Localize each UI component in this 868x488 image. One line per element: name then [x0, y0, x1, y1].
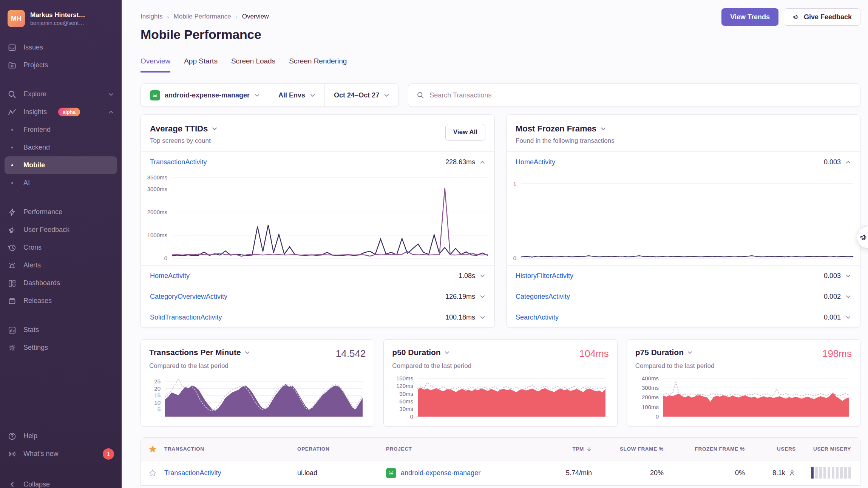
column-header-operation[interactable]: OPERATION	[297, 446, 386, 452]
svg-text:150ms: 150ms	[396, 375, 413, 381]
chevron-down-icon[interactable]	[444, 350, 450, 355]
users-cell: 8.1k	[745, 469, 796, 477]
project-selector[interactable]: android-expense-manager	[141, 84, 269, 107]
alerts-icon	[8, 261, 17, 270]
sidebar-item-settings[interactable]: Settings	[0, 339, 122, 357]
tpm-area-chart: 252015105	[149, 374, 366, 420]
ttid-value: 100.18ms	[445, 313, 475, 321]
projects-icon	[8, 61, 17, 70]
tab-overview[interactable]: Overview	[141, 57, 170, 73]
p75-subtitle: Compared to the last period	[635, 362, 852, 370]
chevron-down-icon[interactable]	[845, 273, 851, 279]
sidebar-item-label: Collapse	[23, 480, 50, 488]
transaction-link[interactable]: CategoryOverviewActivity	[150, 293, 227, 301]
sidebar-item-whats-new[interactable]: What's new 1	[0, 445, 122, 463]
star-icon[interactable]	[148, 445, 157, 453]
sidebar-item-issues[interactable]: Issues	[0, 39, 122, 56]
column-header-frozen-frame[interactable]: FROZEN FRAME %	[664, 446, 745, 452]
sidebar-item-dashboards[interactable]: Dashboards	[0, 274, 122, 292]
explore-icon	[8, 90, 17, 99]
breadcrumb-insights[interactable]: Insights	[141, 13, 163, 20]
column-header-tpm[interactable]: TPM	[530, 446, 592, 452]
sidebar-item-user-feedback[interactable]: User Feedback	[0, 221, 122, 239]
transaction-link[interactable]: TransactionActivity	[150, 158, 207, 166]
sidebar-item-label: Insights	[23, 108, 47, 116]
svg-text:20: 20	[154, 385, 161, 392]
sidebar-item-crons[interactable]: Crons	[0, 239, 122, 256]
column-header-user-misery[interactable]: USER MISERY	[796, 446, 860, 452]
sidebar-item-alerts[interactable]: Alerts	[0, 256, 122, 274]
star-icon[interactable]	[148, 469, 157, 477]
svg-text:200ms: 200ms	[642, 394, 659, 400]
chevron-down-icon[interactable]	[480, 273, 485, 279]
transaction-link[interactable]: HomeActivity	[150, 272, 190, 280]
svg-text:0: 0	[513, 255, 516, 261]
ttid-value: 126.19ms	[445, 293, 475, 301]
environment-selector-value: All Envs	[278, 91, 305, 99]
sidebar-item-explore[interactable]: Explore	[0, 85, 122, 103]
sidebar-item-performance[interactable]: Performance	[0, 203, 122, 221]
tpm-panel: Transactions Per Minute 14.542 Compared …	[141, 339, 374, 427]
most-frozen-frames-title: Most Frozen Frames	[516, 124, 596, 134]
transaction-link[interactable]: TransactionActivity	[164, 469, 221, 477]
column-header-slow-frame[interactable]: SLOW FRAME %	[592, 446, 664, 452]
dashboards-icon	[8, 279, 17, 288]
sidebar-item-stats[interactable]: Stats	[0, 321, 122, 339]
svg-text:1: 1	[513, 180, 516, 187]
tab-app-starts[interactable]: App Starts	[184, 57, 218, 73]
help-icon	[8, 432, 17, 441]
chevron-down-icon[interactable]	[845, 315, 851, 320]
user-name: Markus Hinterst…	[30, 11, 85, 19]
chevron-up-icon[interactable]	[845, 159, 851, 165]
sidebar-item-mobile[interactable]: Mobile	[0, 156, 122, 174]
sidebar-item-frontend[interactable]: Frontend	[0, 121, 122, 139]
sidebar-item-insights[interactable]: Insights alpha	[0, 103, 122, 121]
sidebar-item-backend[interactable]: Backend	[0, 139, 122, 156]
search-input[interactable]	[429, 91, 852, 99]
transaction-link[interactable]: HomeActivity	[516, 158, 555, 166]
bullet-icon	[8, 164, 17, 166]
tab-screen-loads[interactable]: Screen Loads	[231, 57, 275, 73]
transaction-link[interactable]: SolidTransactionActivity	[150, 313, 222, 321]
environment-selector[interactable]: All Envs	[269, 84, 324, 107]
project-selector-value: android-expense-manager	[165, 91, 250, 99]
users-icon	[788, 469, 796, 477]
svg-text:3000ms: 3000ms	[147, 186, 167, 192]
user-menu[interactable]: MH Markus Hinterst… benjamin.coe@sent…	[0, 8, 122, 27]
chevron-up-icon[interactable]	[480, 159, 485, 165]
transaction-link[interactable]: SearchActivity	[516, 313, 559, 321]
transaction-link[interactable]: CategoriesActivity	[516, 293, 570, 301]
column-header-project[interactable]: PROJECT	[386, 446, 530, 452]
tab-screen-rendering[interactable]: Screen Rendering	[289, 57, 347, 73]
table-header: TRANSACTION OPERATION PROJECT TPM SLOW F…	[141, 438, 860, 460]
whats-new-icon	[8, 449, 17, 459]
crons-icon	[8, 243, 17, 252]
sidebar-item-ai[interactable]: AI	[0, 174, 122, 192]
view-trends-button[interactable]: View Trends	[721, 8, 778, 26]
sidebar-item-help[interactable]: Help	[0, 427, 122, 445]
sidebar-collapse-button[interactable]: Collapse	[0, 476, 122, 488]
date-range-selector[interactable]: Oct 24–Oct 27	[324, 84, 398, 107]
breadcrumb-mobile-performance[interactable]: Mobile Performance	[174, 13, 231, 20]
sidebar-item-projects[interactable]: Projects	[0, 56, 122, 74]
chevron-down-icon[interactable]	[212, 126, 218, 132]
chevron-down-icon[interactable]	[687, 350, 693, 355]
chevron-down-icon[interactable]	[244, 350, 250, 355]
sidebar-item-releases[interactable]: Releases	[0, 292, 122, 310]
issues-icon	[8, 43, 17, 52]
chevron-down-icon[interactable]	[845, 294, 851, 300]
bullet-icon	[8, 129, 17, 131]
chevron-down-icon[interactable]	[600, 126, 606, 132]
column-header-users[interactable]: USERS	[745, 446, 796, 452]
project-link[interactable]: android-expense-manager	[401, 469, 480, 477]
column-header-transaction[interactable]: TRANSACTION	[164, 446, 297, 452]
sidebar-item-label: User Feedback	[23, 226, 70, 234]
avatar: MH	[8, 10, 25, 27]
list-item: CategoriesActivity 0.002	[507, 286, 860, 307]
chevron-down-icon[interactable]	[480, 294, 485, 300]
chevron-down-icon[interactable]	[480, 315, 485, 320]
transaction-link[interactable]: HistoryFilterActivity	[516, 272, 573, 280]
view-all-button[interactable]: View All	[445, 124, 485, 141]
average-ttids-subtitle: Top screens by count	[150, 137, 485, 145]
give-feedback-button[interactable]: Give Feedback	[784, 8, 860, 26]
